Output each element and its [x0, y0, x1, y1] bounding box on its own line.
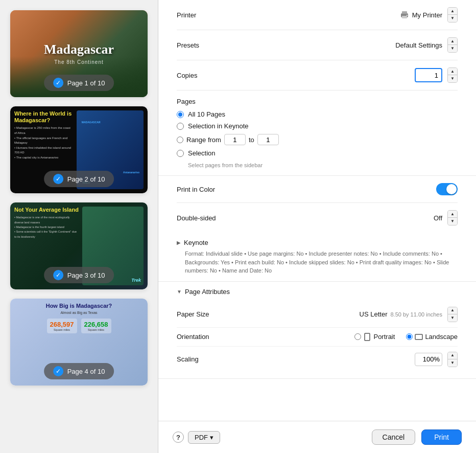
radio-range-row: Range from to [177, 134, 458, 145]
slide2-page-label: Page 2 of 10 [67, 175, 105, 183]
copies-label: Copies [177, 72, 197, 79]
slide4-label: ✓ Page 4 of 10 [44, 363, 114, 379]
landscape-option[interactable]: Landscape [406, 333, 458, 341]
presets-value-group: Default Settings ▲ ▼ [395, 37, 458, 53]
scaling-input[interactable] [415, 353, 442, 366]
print-panel: Printer My Printer ▲ ▼ Presets D [158, 0, 476, 453]
slide3-title: Not Your Average Island [14, 207, 79, 213]
paper-size-stepper-up[interactable]: ▲ [448, 307, 457, 314]
radio-selection-keynote-input[interactable] [177, 123, 184, 130]
help-button[interactable]: ? [173, 432, 184, 443]
radio-range-label[interactable]: Range from [186, 136, 221, 144]
paper-size-label: Paper Size [177, 310, 209, 318]
printer-stepper-down[interactable]: ▼ [448, 15, 457, 22]
radio-range-input[interactable] [177, 137, 183, 143]
printer-section: Printer My Printer ▲ ▼ Presets D [158, 0, 476, 90]
paper-size-stepper-down[interactable]: ▼ [448, 314, 457, 322]
svg-rect-1 [402, 11, 407, 14]
toggle-knob [446, 184, 457, 194]
print-button[interactable]: Print [421, 429, 462, 445]
paper-size-stepper[interactable]: ▲ ▼ [447, 307, 458, 322]
cancel-button[interactable]: Cancel [372, 429, 416, 445]
slide-card-1[interactable]: Madagascar The 8th Continent ✓ Page 1 of… [10, 10, 148, 97]
pdf-button[interactable]: PDF ▾ [188, 431, 220, 444]
paper-size-value: US Letter [360, 310, 388, 318]
pages-section: Pages All 10 Pages Selection in Keynote … [158, 90, 476, 176]
presets-stepper-down[interactable]: ▼ [448, 45, 457, 52]
pdf-chevron-icon: ▾ [210, 434, 213, 441]
copies-stepper-up[interactable]: ▲ [448, 68, 457, 75]
printer-stepper[interactable]: ▲ ▼ [447, 7, 458, 22]
slide2-title: Where in the World is Madagascar? [14, 110, 73, 124]
paper-size-dims: 8.50 by 11.00 inches [390, 311, 442, 318]
radio-all-pages[interactable]: All 10 Pages [177, 110, 458, 118]
keynote-chevron-icon: ▶ [177, 240, 181, 245]
radio-selection-input[interactable] [177, 150, 184, 157]
scaling-label: Scaling [177, 355, 199, 363]
radio-all-pages-label[interactable]: All 10 Pages [188, 110, 225, 118]
keynote-section: ▶ Keynote Format: Individual slide • Use… [158, 233, 476, 282]
double-sided-value-group: Off ▲ ▼ [434, 210, 458, 225]
double-sided-value: Off [434, 214, 442, 222]
radio-selection[interactable]: Selection [177, 149, 458, 157]
printer-stepper-up[interactable]: ▲ [448, 8, 457, 15]
copies-stepper[interactable]: ▲ ▼ [447, 67, 458, 83]
page-attributes-header[interactable]: ▼ Page Attributes [177, 288, 458, 296]
scaling-value-group: ▲ ▼ [415, 352, 458, 367]
slide3-page-label: Page 3 of 10 [67, 271, 105, 279]
radio-selection-keynote-label[interactable]: Selection in Keynote [188, 122, 249, 130]
selection-hint: Select pages from the sidebar [188, 162, 458, 168]
print-color-toggle[interactable] [436, 183, 458, 195]
printer-value-group: My Printer ▲ ▼ [400, 7, 458, 22]
portrait-icon [363, 333, 371, 341]
slide4-subtitle: Almost as Big as Texas [14, 311, 144, 314]
slide1-page-label: Page 1 of 10 [67, 79, 105, 87]
range-to-input[interactable] [257, 134, 279, 145]
page-attributes-section: ▼ Page Attributes Paper Size US Letter 8… [158, 282, 476, 379]
slide1-label: ✓ Page 1 of 10 [44, 75, 114, 91]
copies-stepper-down[interactable]: ▼ [448, 75, 457, 82]
slide4-title: How Big is Madagascar? [14, 303, 144, 309]
presets-stepper[interactable]: ▲ ▼ [447, 37, 458, 53]
slide-card-3[interactable]: Not Your Average Island • Madagascar is … [10, 202, 148, 289]
paper-size-row: Paper Size US Letter 8.50 by 11.00 inche… [177, 302, 458, 328]
range-from-input[interactable] [224, 134, 246, 145]
radio-selection-keynote[interactable]: Selection in Keynote [177, 122, 458, 130]
slide-card-2[interactable]: Where in the World is Madagascar? • Mada… [10, 106, 148, 193]
portrait-radio[interactable] [354, 333, 361, 340]
radio-all-pages-input[interactable] [177, 111, 184, 118]
copies-value-group: ▲ ▼ [415, 67, 458, 83]
keynote-body: Format: Individual slide • Use page marg… [177, 250, 458, 275]
slide1-subtitle: The 8th Continent [44, 59, 114, 65]
presets-stepper-up[interactable]: ▲ [448, 38, 457, 45]
pdf-label: PDF [195, 434, 208, 441]
double-sided-stepper-up[interactable]: ▲ [448, 211, 457, 218]
landscape-label[interactable]: Landscape [425, 333, 458, 341]
copies-row: Copies ▲ ▼ [177, 60, 458, 90]
slide4-num2: 226,658 [84, 321, 108, 328]
scaling-stepper-up[interactable]: ▲ [448, 352, 457, 359]
orientation-row: Orientation Portrait Landscape [177, 328, 458, 347]
keynote-header[interactable]: ▶ Keynote [177, 239, 458, 246]
landscape-radio[interactable] [406, 333, 413, 340]
double-sided-label: Double-sided [177, 214, 216, 222]
portrait-option[interactable]: Portrait [354, 333, 395, 341]
footer-right: Cancel Print [372, 429, 462, 445]
double-sided-stepper-down[interactable]: ▼ [448, 218, 457, 225]
radio-selection-label[interactable]: Selection [188, 149, 215, 157]
orientation-label: Orientation [177, 333, 209, 341]
print-color-label: Print in Color [177, 186, 215, 193]
double-sided-stepper[interactable]: ▲ ▼ [447, 210, 458, 225]
copies-input[interactable] [415, 68, 442, 82]
page-attributes-title: Page Attributes [185, 288, 230, 296]
portrait-label[interactable]: Portrait [373, 333, 395, 341]
scaling-stepper-down[interactable]: ▼ [448, 359, 457, 367]
slide3-label: ✓ Page 3 of 10 [44, 267, 114, 283]
scaling-stepper[interactable]: ▲ ▼ [447, 352, 458, 367]
scaling-row: Scaling ▲ ▼ [177, 347, 458, 372]
printer-name: My Printer [412, 11, 442, 19]
slide2-map-label-1: MADAGASCAR [82, 121, 101, 124]
slide3-checkmark: ✓ [53, 270, 63, 280]
slide1-title: Madagascar [44, 42, 114, 57]
slide-card-4[interactable]: How Big is Madagascar? Almost as Big as … [10, 299, 148, 386]
